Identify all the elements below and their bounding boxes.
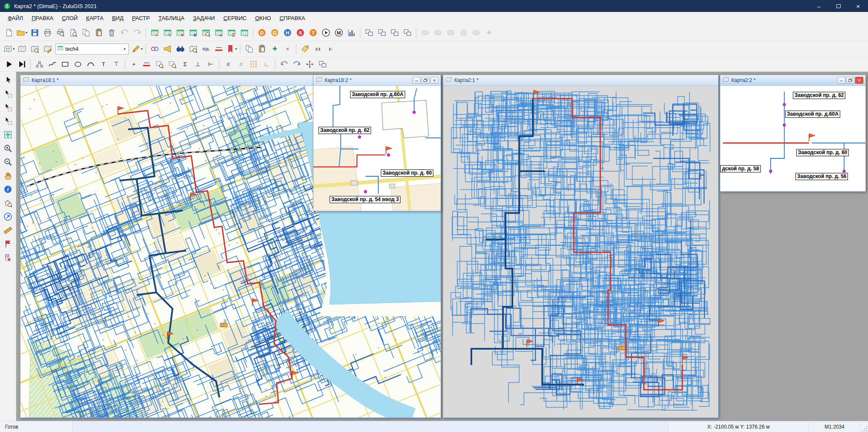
copy-object[interactable] <box>243 43 255 55</box>
rotate-ccw[interactable] <box>278 58 290 70</box>
search-object[interactable] <box>174 43 187 55</box>
map-canvas-2-1[interactable] <box>443 86 718 417</box>
run-to-flag[interactable] <box>15 58 28 70</box>
add-object[interactable]: ✚ <box>268 43 281 55</box>
redo[interactable] <box>131 27 143 39</box>
copy[interactable] <box>79 27 92 39</box>
rotate-cw[interactable] <box>290 58 303 70</box>
window-titlebar[interactable]: Карта2 * (DimaE) - ZuluGIS 2021 – × <box>0 0 868 12</box>
map-layers[interactable] <box>15 43 28 55</box>
select-group[interactable] <box>1 114 15 127</box>
zoom-to-selection[interactable] <box>153 58 166 70</box>
delete-object[interactable]: × <box>281 43 294 55</box>
new-window[interactable] <box>362 27 375 39</box>
pointer-tool[interactable] <box>1 73 15 86</box>
child-close-button[interactable]: × <box>430 77 438 84</box>
zoom-to-layer[interactable] <box>166 58 178 70</box>
draw-polyline[interactable] <box>46 58 58 70</box>
sql-query[interactable]: SQL <box>199 43 212 55</box>
ortho-mode[interactable]: ∟ <box>260 58 273 70</box>
map-canvas-18-2[interactable]: Заводской пр. д.60АЗаводской пр. д. 62За… <box>313 86 441 211</box>
table-join[interactable]: ∞ <box>212 27 225 39</box>
child-close-button[interactable]: × <box>855 77 863 84</box>
run-query[interactable] <box>3 58 15 70</box>
table-find[interactable] <box>199 27 212 39</box>
combo-dropdown-icon[interactable]: ▾ <box>121 47 127 51</box>
child-titlebar[interactable]: Карта2:1 * <box>443 75 718 86</box>
child-restore-button[interactable] <box>421 77 430 84</box>
map-properties[interactable]: ▾ <box>3 43 15 55</box>
menu-item-layer[interactable]: СЛОЙ <box>58 13 82 23</box>
highlight-object[interactable] <box>161 43 174 55</box>
close-button[interactable]: × <box>848 0 868 12</box>
layer-navigator[interactable] <box>1 128 15 141</box>
shape-ellipse[interactable] <box>418 27 431 39</box>
labels-tag[interactable] <box>298 43 311 55</box>
zoom-in[interactable] <box>1 142 15 155</box>
print-preview[interactable] <box>54 27 67 39</box>
layers-window[interactable] <box>375 27 388 39</box>
select-lasso[interactable] <box>1 101 15 114</box>
resize-grip[interactable] <box>860 421 868 432</box>
select-frame[interactable] <box>1 87 15 100</box>
legend-window[interactable] <box>388 27 401 39</box>
menu-item-help[interactable]: СПРАВКА <box>275 13 310 23</box>
pan-hand[interactable] <box>1 169 15 182</box>
add-vertex[interactable]: + <box>127 58 140 70</box>
clear-flags[interactable] <box>1 251 15 264</box>
scale-fit[interactable]: 1↕ <box>324 43 337 55</box>
draw-arc[interactable] <box>84 58 97 70</box>
draw-symbol[interactable]: ⊤ <box>110 58 123 70</box>
menu-item-file[interactable]: ФАЙЛ <box>3 13 27 23</box>
menu-item-service[interactable]: СЕРВИС <box>219 13 251 23</box>
mode-t[interactable]: T <box>307 27 319 39</box>
shape-ellipse3[interactable] <box>470 27 482 39</box>
child-restore-button[interactable] <box>846 77 854 84</box>
child-titlebar[interactable]: Карта2:2 * – × <box>720 75 865 86</box>
table-add[interactable]: + <box>148 27 161 39</box>
child-minimize-button[interactable]: – <box>837 77 845 84</box>
maximize-button[interactable] <box>829 0 848 12</box>
object-info[interactable]: i <box>1 183 15 196</box>
search-on-map[interactable] <box>187 43 199 55</box>
draw-ellipse[interactable] <box>71 58 84 70</box>
mode-h[interactable]: H <box>281 27 294 39</box>
active-layer-combo[interactable]: tech4▾ <box>56 44 129 55</box>
zoom-out[interactable] <box>1 155 15 168</box>
split-line[interactable] <box>140 58 153 70</box>
shape-polygon[interactable] <box>457 27 470 39</box>
snap-settings[interactable] <box>316 58 329 70</box>
style-editor[interactable]: ▾ <box>131 43 143 55</box>
print[interactable] <box>41 27 54 39</box>
mode-s[interactable]: S <box>294 27 307 39</box>
mode-d[interactable]: D <box>255 27 268 39</box>
map-window-2-1[interactable]: Карта2:1 * <box>443 75 719 418</box>
sum-lengths[interactable]: Σ <box>178 58 191 70</box>
paste[interactable] <box>92 27 105 39</box>
map-window-18-2[interactable]: Карта18:2 * – × <box>313 75 441 211</box>
shape-ellipse2[interactable] <box>431 27 444 39</box>
delete[interactable] <box>105 27 118 39</box>
undo[interactable] <box>118 27 131 39</box>
menu-item-view[interactable]: ВИД <box>108 13 128 23</box>
start-calculation[interactable] <box>319 27 332 39</box>
set-flag[interactable] <box>1 237 15 250</box>
menu-item-table[interactable]: ТАБЛИЦА <box>154 13 189 23</box>
table-filter[interactable]: ▼ <box>174 27 187 39</box>
piezo-chart[interactable] <box>345 27 358 39</box>
save[interactable] <box>28 27 41 39</box>
map-search[interactable] <box>28 43 41 55</box>
table-structure[interactable]: ✱ <box>187 27 199 39</box>
page-preview[interactable] <box>67 27 79 39</box>
navigate-link[interactable] <box>1 210 15 223</box>
perpendicular-snap[interactable]: ⊥ <box>191 58 204 70</box>
measure-line[interactable] <box>212 43 225 55</box>
paste-object[interactable] <box>255 43 268 55</box>
menu-item-map[interactable]: КАРТА <box>82 13 108 23</box>
new-map[interactable] <box>3 27 15 39</box>
mode-m[interactable]: M <box>332 27 345 39</box>
parallel-snap[interactable]: ⊢ <box>204 58 217 70</box>
overview-window[interactable] <box>401 27 414 39</box>
draw-text[interactable]: T <box>97 58 110 70</box>
open[interactable]: ▾ <box>15 27 28 39</box>
